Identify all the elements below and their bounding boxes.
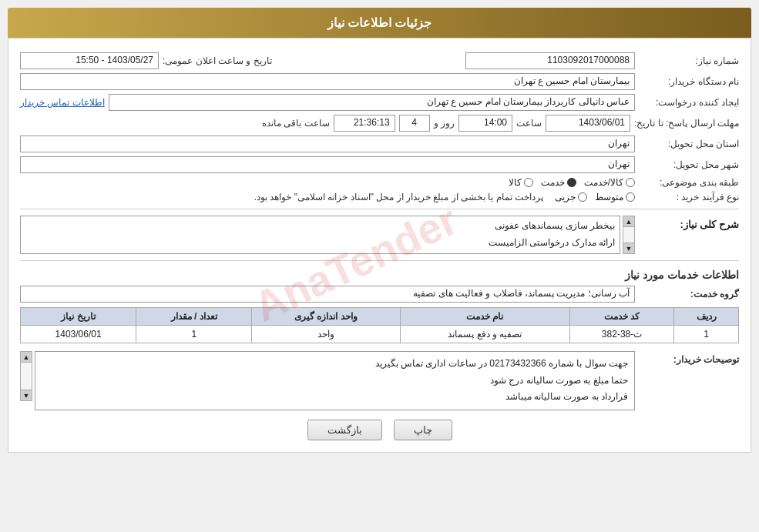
need-number-value: 1103092017000088	[465, 52, 635, 69]
table-row: 1 ث-38-382 تصفیه و دفع پسماند واحد 1 140…	[21, 326, 739, 343]
buyer-contact-link[interactable]: اطلاعات تماس خریدار	[20, 97, 105, 108]
notes-scroll-down-btn[interactable]: ▼	[21, 390, 32, 400]
process-options: متوسط جزیی	[555, 192, 635, 202]
cell-unit: واحد	[252, 326, 400, 343]
reply-remaining-value: 21:36:13	[334, 115, 395, 132]
category-options: کالا/خدمت خدمت کالا	[509, 177, 635, 188]
reply-time-value: 14:00	[458, 115, 512, 132]
category-option-kala-khedmat[interactable]: کالا/خدمت	[584, 177, 635, 188]
col-header-name: نام خدمت	[400, 308, 569, 326]
print-button[interactable]: چاپ	[394, 420, 452, 440]
category-option-kala[interactable]: کالا	[509, 177, 533, 188]
reply-days-label: روز و	[434, 118, 455, 129]
buyer-notes-value: جهت سوال با شماره 02173432366 در ساعات ا…	[35, 351, 635, 410]
process-label: نوع فرآیند خرید :	[639, 192, 739, 202]
cell-row: 1	[674, 326, 739, 343]
reply-date-value: 1403/06/01	[546, 115, 630, 132]
creator-label: ایجاد کننده درخواست:	[639, 97, 739, 108]
reply-time-label: ساعت	[516, 118, 542, 129]
header-title: جزئیات اطلاعات نیاز	[327, 16, 432, 29]
process-option-jozyi[interactable]: جزیی	[555, 192, 587, 202]
reply-deadline-label: مهلت ارسال پاسخ: تا تاریخ:	[634, 118, 739, 129]
service-group-label: گروه خدمت:	[639, 289, 739, 299]
buyer-org-value: بیمارستان امام حسین ع تهران	[20, 73, 635, 90]
cell-qty: 1	[136, 326, 252, 343]
back-button[interactable]: بازگشت	[307, 420, 382, 440]
services-section-title: اطلاعات خدمات مورد نیاز	[20, 269, 739, 281]
reply-days-value: 4	[399, 115, 430, 132]
cell-name: تصفیه و دفع پسماند	[400, 326, 569, 343]
col-header-code: کد خدمت	[569, 308, 673, 326]
delivery-city-value: تهران	[20, 156, 635, 173]
announce-date-label: تاریخ و ساعت اعلان عمومی:	[163, 55, 272, 66]
delivery-province-value: تهران	[20, 136, 635, 152]
radio-kala	[524, 178, 533, 187]
notes-scroll-up-btn[interactable]: ▲	[21, 352, 32, 363]
radio-jozyi	[578, 192, 587, 202]
col-header-unit: واحد اندازه گیری	[252, 308, 400, 326]
announce-date-value: 1403/05/27 - 15:50	[20, 52, 159, 69]
radio-motawaset	[626, 192, 635, 202]
creator-value: عباس دانیالی کاربرداز بیمارستان امام حسی…	[109, 94, 635, 111]
radio-kala-khedmat	[626, 178, 635, 187]
services-table: ردیف کد خدمت نام خدمت واحد اندازه گیری ت…	[20, 307, 739, 343]
delivery-province-label: استان محل تحویل:	[639, 139, 739, 149]
need-description-label: شرح کلی نیاز:	[639, 216, 739, 230]
process-option-motawaset[interactable]: متوسط	[595, 192, 635, 202]
need-number-label: شماره نیاز:	[639, 55, 739, 66]
category-option-khedmat[interactable]: خدمت	[541, 177, 576, 188]
col-header-row: ردیف	[674, 308, 739, 326]
col-header-qty: تعداد / مقدار	[136, 308, 252, 326]
buyer-notes-label: توصیحات خریدار:	[639, 351, 739, 365]
buyer-org-label: نام دستگاه خریدار:	[639, 76, 739, 87]
process-note: پرداخت تمام یا بخشی از مبلغ خریدار از مح…	[254, 192, 543, 202]
cell-date: 1403/06/01	[21, 326, 136, 343]
page-header: جزئیات اطلاعات نیاز	[8, 8, 751, 38]
reply-remaining-label: ساعت باقی مانده	[262, 118, 330, 129]
cell-code: ث-38-382	[569, 326, 673, 343]
category-label: طبقه بندی موضوعی:	[639, 177, 739, 188]
service-group-value: آب رسانی؛ مدیریت پسماند، فاضلاب و فعالیت…	[20, 286, 635, 303]
radio-khedmat	[567, 178, 576, 187]
col-header-date: تاریخ نیاز	[21, 308, 136, 326]
delivery-city-label: شهر محل تحویل:	[639, 159, 739, 170]
bottom-buttons: چاپ بازگشت	[20, 420, 739, 440]
scroll-down-btn[interactable]: ▼	[623, 243, 634, 253]
need-description-value: بیخطر سازی پسماندهای عفونیارائه مدارک در…	[20, 216, 620, 254]
scroll-up-btn[interactable]: ▲	[623, 216, 634, 227]
